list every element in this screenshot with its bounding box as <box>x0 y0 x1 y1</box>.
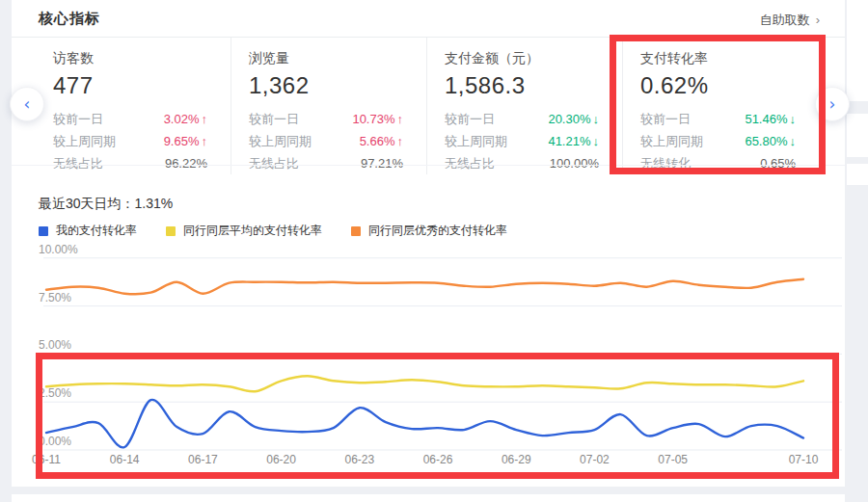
metric-card-title: 支付金额（元） <box>445 50 599 67</box>
next-panel-edge <box>12 494 845 502</box>
self-service-data-link[interactable]: 自助取数› <box>760 12 820 29</box>
stat-value: 97.21% <box>361 152 403 174</box>
metric-card-stat-row: 较上周同期9.65%↑ <box>53 130 207 152</box>
self-service-data-label: 自助取数 <box>760 13 810 27</box>
trend-up-icon: ↑ <box>202 134 208 148</box>
y-axis-tick: 7.50% <box>39 291 71 304</box>
stat-value: 3.02%↑ <box>164 108 207 130</box>
legend-label: 同行同层优秀的支付转化率 <box>368 223 507 239</box>
metric-card[interactable]: 访客数477较前一日3.02%↑较上周同期9.65%↑无线占比96.22% <box>36 38 231 174</box>
legend-swatch-icon <box>166 226 176 236</box>
trend-up-icon: ↑ <box>397 112 404 126</box>
y-axis-tick: 10.00% <box>39 243 78 256</box>
metric-card-stat-row: 较前一日20.30%↓ <box>445 108 599 130</box>
metric-card-title: 浏览量 <box>249 50 403 67</box>
stat-label: 较前一日 <box>53 108 103 130</box>
trend-up-icon: ↑ <box>397 134 404 148</box>
metric-card-stat-row: 无线占比97.21% <box>249 152 403 174</box>
stat-label: 较上周同期 <box>445 130 507 152</box>
metric-card-title: 访客数 <box>53 50 207 67</box>
adjacent-panel-fragment <box>847 0 868 101</box>
stat-value: 10.73%↑ <box>352 108 403 130</box>
legend-item[interactable]: 同行同层优秀的支付转化率 <box>351 223 507 239</box>
stat-label: 较前一日 <box>249 108 299 130</box>
metric-card-value: 477 <box>53 72 207 99</box>
chart-title: 最近30天日均：1.31% <box>39 196 173 213</box>
stat-value: 100.00% <box>550 152 599 174</box>
metric-card-stat-row: 较上周同期5.66%↑ <box>249 130 403 152</box>
chevron-right-icon: › <box>816 13 820 27</box>
metric-card-value: 1,362 <box>249 72 403 99</box>
prev-metrics-button[interactable]: ‹ <box>10 87 44 121</box>
page-title: 核心指标 <box>39 10 100 28</box>
chart-legend: 我的支付转化率同行同层平均的支付转化率同行同层优秀的支付转化率 <box>39 223 536 239</box>
metric-card-stat-row: 较前一日10.73%↑ <box>249 108 403 130</box>
metric-card-stat-row: 无线占比96.22% <box>53 152 207 174</box>
metric-card-stat-row: 无线占比100.00% <box>445 152 599 174</box>
metric-card-value: 1,586.3 <box>445 72 599 99</box>
trend-up-icon: ↑ <box>202 112 208 126</box>
stat-label: 较前一日 <box>445 108 495 130</box>
metric-card[interactable]: 浏览量1,362较前一日10.73%↑较上周同期5.66%↑无线占比97.21% <box>231 38 427 174</box>
adjacent-panel-fragment <box>847 114 868 157</box>
stat-value: 5.66%↑ <box>360 130 403 152</box>
adjacent-panel-fragment <box>847 164 868 185</box>
panel-header: 核心指标 自助取数› <box>12 0 845 38</box>
metric-card[interactable]: 支付金额（元）1,586.3较前一日20.30%↓较上周同期41.21%↓无线占… <box>427 38 623 174</box>
stat-label: 较上周同期 <box>53 130 116 152</box>
annotation-box-conversion-card <box>610 35 826 174</box>
trend-down-icon: ↓ <box>593 112 600 126</box>
metric-card-stat-row: 较上周同期41.21%↓ <box>445 130 599 152</box>
stat-label: 较上周同期 <box>249 130 312 152</box>
legend-swatch-icon <box>351 226 361 236</box>
stat-label: 无线占比 <box>445 152 495 174</box>
annotation-box-chart-region <box>36 353 839 479</box>
stat-value: 41.21%↓ <box>548 130 599 152</box>
legend-label: 同行同层平均的支付转化率 <box>183 223 322 239</box>
stat-label: 无线占比 <box>249 152 299 174</box>
stat-value: 96.22% <box>165 152 207 174</box>
legend-item[interactable]: 同行同层平均的支付转化率 <box>166 223 322 239</box>
legend-label: 我的支付转化率 <box>56 223 137 239</box>
stat-value: 20.30%↓ <box>548 108 599 130</box>
trend-down-icon: ↓ <box>593 134 600 148</box>
legend-swatch-icon <box>39 226 48 236</box>
legend-item[interactable]: 我的支付转化率 <box>39 223 137 239</box>
y-axis-tick: 5.00% <box>39 338 71 352</box>
stat-label: 无线占比 <box>53 152 103 174</box>
metric-card-stat-row: 较前一日3.02%↑ <box>53 108 207 130</box>
stat-value: 9.65%↑ <box>164 130 207 152</box>
